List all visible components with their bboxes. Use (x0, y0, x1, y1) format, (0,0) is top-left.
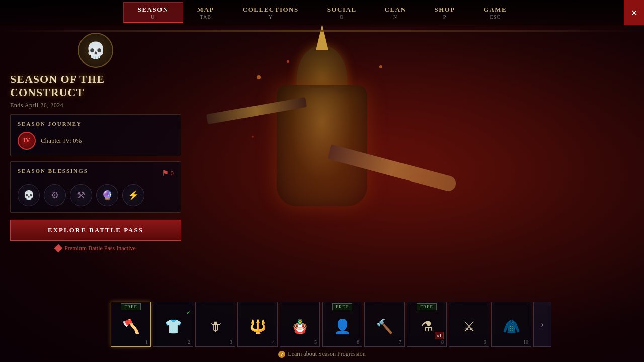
inv-slot-4-number: 4 (272, 339, 275, 345)
inv-slot-2-icon: 👕 (165, 318, 182, 335)
inv-slot-10-icon: 🧥 (503, 318, 520, 335)
learn-bar: ? Learn about Season Progression (0, 349, 644, 358)
battle-pass-button[interactable]: EXPLORE BATTLE PASS (10, 220, 181, 241)
blessing-icons: 💀 ⚙ ⚒ 🔮 ⚡ (18, 184, 174, 206)
inv-slot-6-badge: FREE (332, 303, 352, 310)
season-title: SEASON OF THE CONSTRUCT (10, 73, 181, 100)
inv-slot-8-icon: ⚗ (421, 318, 433, 335)
blessing-icon-lightning[interactable]: ⚡ (122, 184, 144, 206)
inv-slot-10-number: 10 (523, 339, 528, 345)
inv-slot-3[interactable]: 🗡 3 (195, 302, 235, 347)
inv-slot-8-number: 8 (441, 339, 444, 345)
inv-slot-5[interactable]: 🪆 5 (280, 302, 320, 347)
season-ends: Ends April 26, 2024 (10, 102, 181, 109)
journey-chapter: Chapter IV: 0% (41, 137, 82, 145)
inv-slot-1[interactable]: FREE 🪓 1 (111, 302, 151, 347)
nav-item-game[interactable]: GAME ESC (469, 3, 521, 23)
left-panel: 💀 SEASON OF THE CONSTRUCT Ends April 26,… (10, 30, 181, 252)
inv-slot-4-icon: 🔱 (249, 318, 267, 335)
inv-slot-7-number: 7 (399, 339, 401, 345)
inv-slot-3-number: 3 (230, 339, 232, 345)
inv-slot-6-icon: 👤 (334, 318, 351, 335)
blessings-header: SEASON BLESSINGS ⚑ 0 (18, 168, 174, 179)
inv-slot-8[interactable]: FREE ⚗ x1 8 (407, 302, 447, 347)
learn-link[interactable]: ? Learn about Season Progression (278, 350, 365, 358)
nav-items: SEASON U MAP TAB COLLECTIONS Y SOCIAL O … (123, 2, 521, 23)
blessing-icon-tools[interactable]: ⚒ (70, 184, 92, 206)
journey-section-title: SEASON JOURNEY (18, 121, 174, 127)
inv-slot-8-badge: FREE (417, 303, 437, 310)
inventory-bar: FREE 🪓 1 👕 ✓ 2 🗡 3 🔱 4 🪆 5 FREE 👤 6 (111, 302, 629, 347)
inv-slot-5-icon: 🪆 (291, 318, 309, 335)
blessings-section-title: SEASON BLESSINGS (18, 168, 88, 174)
skull-emblem: 💀 (78, 33, 113, 68)
main-content: 💀 SEASON OF THE CONSTRUCT Ends April 26,… (0, 25, 644, 362)
inv-slot-4[interactable]: 🔱 4 (237, 302, 278, 347)
help-icon: ? (278, 351, 285, 358)
nav-item-collections[interactable]: COLLECTIONS Y (228, 3, 313, 23)
inv-slot-8-count: x1 (435, 332, 444, 339)
inv-slot-3-icon: 🗡 (208, 318, 222, 335)
inv-slot-2-check: ✓ (186, 309, 191, 316)
inv-slot-6-number: 6 (357, 339, 359, 345)
inv-slot-2[interactable]: 👕 ✓ 2 (153, 302, 193, 347)
inv-slot-1-badge: FREE (121, 303, 141, 310)
journey-row: IV Chapter IV: 0% (18, 132, 174, 150)
blessing-icon-skull[interactable]: 💀 (18, 184, 40, 206)
inv-slot-7[interactable]: 🔨 7 (364, 302, 405, 347)
premium-inactive[interactable]: Premium Battle Pass Inactive (10, 245, 181, 252)
premium-inactive-label: Premium Battle Pass Inactive (64, 245, 136, 252)
learn-label: Learn about Season Progression (288, 350, 365, 358)
season-blessings-section: SEASON BLESSINGS ⚑ 0 💀 ⚙ ⚒ 🔮 ⚡ (10, 161, 181, 213)
inventory-next-arrow[interactable]: › (533, 302, 551, 347)
nav-item-social[interactable]: SOCIAL O (313, 3, 371, 23)
inv-slot-9-number: 9 (484, 339, 486, 345)
nav-item-season[interactable]: SEASON U (123, 2, 183, 23)
inv-slot-10[interactable]: 🧥 10 (491, 302, 531, 347)
inv-slot-6[interactable]: FREE 👤 6 (322, 302, 362, 347)
inv-slot-9-icon: ⚔ (463, 318, 475, 335)
blessings-count: ⚑ 0 (162, 168, 174, 178)
inv-slot-7-icon: 🔨 (376, 318, 393, 335)
inv-slot-1-number: 1 (145, 339, 148, 345)
panel-header-icon: 💀 (75, 30, 116, 70)
close-button[interactable]: ✕ (624, 0, 644, 25)
blessing-icon-gear[interactable]: ⚙ (44, 184, 66, 206)
inv-slot-5-number: 5 (314, 339, 317, 345)
inv-slot-2-number: 2 (188, 339, 190, 345)
top-nav: SEASON U MAP TAB COLLECTIONS Y SOCIAL O … (0, 0, 644, 25)
inv-slot-9[interactable]: ⚔ 9 (449, 302, 489, 347)
nav-item-map[interactable]: MAP TAB (183, 3, 228, 23)
diamond-icon (54, 244, 63, 253)
journey-badge: IV (18, 132, 36, 150)
inv-slot-1-icon: 🪓 (122, 318, 140, 335)
season-journey-section: SEASON JOURNEY IV Chapter IV: 0% (10, 114, 181, 156)
blessing-icon-orb[interactable]: 🔮 (96, 184, 118, 206)
nav-item-clan[interactable]: CLAN N (371, 3, 421, 23)
nav-item-shop[interactable]: SHOP P (420, 3, 469, 23)
